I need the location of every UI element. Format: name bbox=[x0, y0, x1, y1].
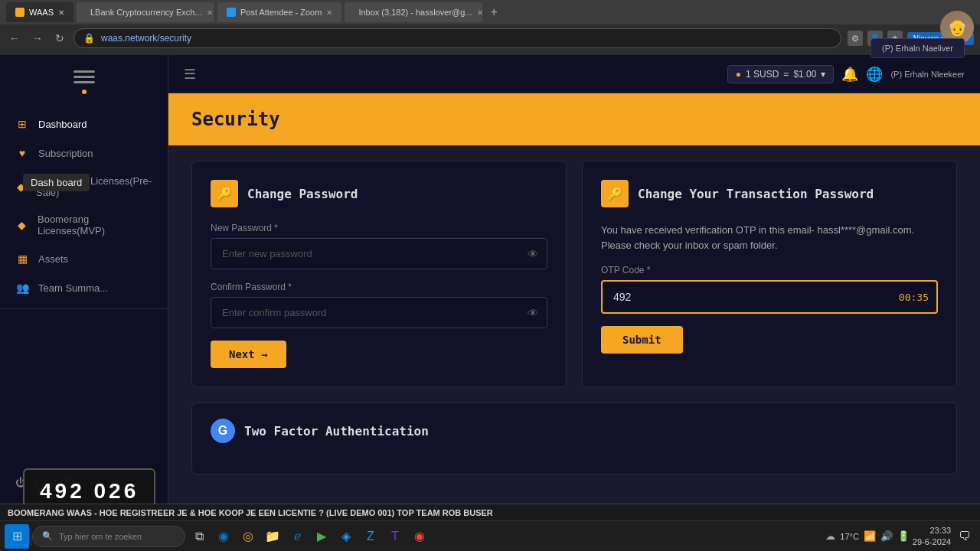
sidebar-item-boomerang-mvp[interactable]: ◆ Boomerang Licenses(MVP) bbox=[0, 206, 168, 244]
sidebar-item-assets[interactable]: ▦ Assets bbox=[0, 244, 168, 273]
chevron-down-icon: ▾ bbox=[821, 69, 825, 80]
price-dot: ● bbox=[736, 69, 741, 80]
two-factor-card: G Two Factor Authentication bbox=[191, 403, 957, 474]
chrome-icon[interactable]: ◎ bbox=[237, 526, 259, 547]
tray-network: 📶 bbox=[864, 530, 876, 542]
top-nav: ☰ ● 1 SUSD = $1.00 ▾ 🔔 🌐 (P) Erhaln Nlee… bbox=[168, 55, 980, 93]
key-icon-tx: 🔑 bbox=[607, 187, 622, 201]
next-button[interactable]: Next → bbox=[211, 341, 286, 368]
zoom-icon[interactable]: Z bbox=[360, 526, 381, 547]
eye-icon-new-password[interactable]: 👁 bbox=[528, 248, 538, 260]
globe-icon[interactable]: 🌐 bbox=[866, 66, 883, 83]
sidebar-hamburger[interactable] bbox=[74, 70, 95, 83]
confirm-password-input[interactable] bbox=[211, 297, 547, 328]
new-password-wrapper: 👁 bbox=[211, 238, 547, 269]
sidebar-logo bbox=[0, 63, 168, 109]
change-password-card: 🔑 Change Password New Password * 👁 Confi… bbox=[191, 161, 567, 387]
price-badge[interactable]: ● 1 SUSD = $1.00 ▾ bbox=[727, 65, 835, 83]
search-placeholder: Typ hier om te zoeken bbox=[59, 532, 142, 541]
two-factor-header: G Two Factor Authentication bbox=[211, 419, 938, 443]
sidebar-label-boomerang-mvp: Boomerang Licenses(MVP) bbox=[38, 214, 152, 236]
user-info: (P) Erhaln Nleekeer bbox=[890, 70, 965, 79]
tx-password-title: Change Your Transaction Password bbox=[638, 187, 874, 201]
google-icon: G bbox=[211, 419, 235, 443]
confirm-password-wrapper: 👁 bbox=[211, 297, 547, 328]
tray-weather: ☁ bbox=[825, 530, 835, 542]
search-icon: 🔍 bbox=[42, 531, 53, 541]
boomerang-mvp-icon: ◆ bbox=[15, 218, 28, 232]
hamburger-line-2 bbox=[74, 76, 95, 78]
hamburger-line-3 bbox=[74, 81, 95, 83]
sidebar-item-dashboard[interactable]: ⊞ Dashboard bbox=[0, 109, 168, 139]
tab-close-inbox[interactable]: ✕ bbox=[477, 8, 483, 17]
tab-close-lbank[interactable]: ✕ bbox=[207, 8, 213, 17]
extensions-button[interactable]: ⚙ bbox=[848, 31, 863, 46]
sidebar-item-subscription[interactable]: ♥ Subscription bbox=[0, 139, 168, 168]
team-icon: 👥 bbox=[15, 281, 29, 295]
ie-icon[interactable]: ℯ bbox=[286, 526, 308, 547]
tray-volume: 🔊 bbox=[880, 530, 893, 542]
back-button[interactable]: ← bbox=[6, 31, 23, 46]
hamburger-line-1 bbox=[74, 70, 95, 73]
app2-icon[interactable]: ◈ bbox=[335, 526, 357, 547]
forward-button[interactable]: → bbox=[29, 31, 46, 46]
new-password-input[interactable] bbox=[211, 238, 547, 269]
content-body: 🔑 Change Password New Password * 👁 Confi… bbox=[168, 145, 980, 403]
notification-center-icon[interactable]: 🗨 bbox=[954, 526, 975, 547]
otp-input[interactable] bbox=[601, 280, 938, 314]
sidebar-label-subscription: Subscription bbox=[38, 148, 93, 159]
tray-battery: 🔋 bbox=[897, 530, 910, 542]
teams-icon[interactable]: T bbox=[384, 526, 406, 547]
browser-chrome: WAAS ✕ LBank Cryptocurrency Exch... ✕ Po… bbox=[0, 0, 980, 55]
clock-date: 29-6-2024 bbox=[913, 536, 951, 547]
bell-icon[interactable]: 🔔 bbox=[841, 66, 858, 83]
new-tab-button[interactable]: + bbox=[485, 5, 501, 19]
sidebar-item-team[interactable]: 👥 Team Summa... bbox=[0, 273, 168, 302]
key-icon: 🔑 bbox=[217, 187, 232, 201]
confirm-password-label: Confirm Password * bbox=[211, 282, 547, 292]
assets-icon: ▦ bbox=[15, 252, 29, 266]
tab-zoom[interactable]: Post Attendee - Zoom ✕ bbox=[217, 2, 341, 22]
address-url: waas.network/security bbox=[101, 33, 191, 44]
address-bar[interactable]: 🔒 waas.network/security bbox=[74, 28, 841, 48]
lock-icon: 🔒 bbox=[83, 33, 95, 44]
change-password-title: Change Password bbox=[247, 187, 358, 201]
explorer-icon[interactable]: 📁 bbox=[262, 526, 283, 547]
sidebar-tooltip: Dash board bbox=[23, 174, 90, 191]
otp-input-wrapper: 00:35 bbox=[601, 280, 938, 314]
price-separator: = bbox=[783, 69, 789, 80]
task-view-icon[interactable]: ⧉ bbox=[188, 526, 210, 547]
dashboard-icon: ⊞ bbox=[15, 117, 29, 131]
tab-label-lbank: LBank Cryptocurrency Exch... bbox=[90, 8, 202, 17]
tab-close-waas[interactable]: ✕ bbox=[58, 8, 64, 17]
tab-close-zoom[interactable]: ✕ bbox=[326, 8, 332, 17]
sidebar-label-dashboard: Dashboard bbox=[38, 119, 87, 130]
bottom-ticker: BOOMERANG WAAS - HOE REGISTREER JE & HOE… bbox=[0, 504, 980, 520]
tx-password-header: 🔑 Change Your Transaction Password bbox=[601, 180, 938, 207]
edge-icon[interactable]: ◉ bbox=[213, 526, 234, 547]
sidebar: Dash board ⊞ Dashboard ♥ Subscription ◆ … bbox=[0, 55, 168, 504]
tab-waas[interactable]: WAAS ✕ bbox=[6, 2, 74, 22]
right-panel: ☰ ● 1 SUSD = $1.00 ▾ 🔔 🌐 (P) Erhaln Nlee… bbox=[168, 55, 980, 504]
app1-icon[interactable]: ▶ bbox=[311, 526, 332, 547]
tab-label-inbox: Inbox (3,182) - hasslover@g... bbox=[358, 8, 472, 17]
change-tx-password-card: 🔑 Change Your Transaction Password You h… bbox=[582, 161, 957, 387]
eye-icon-confirm-password[interactable]: 👁 bbox=[528, 307, 538, 319]
tab-lbank[interactable]: LBank Cryptocurrency Exch... ✕ bbox=[77, 2, 214, 22]
change-password-header: 🔑 Change Password bbox=[211, 180, 547, 207]
start-button[interactable]: ⊞ bbox=[5, 524, 29, 549]
app3-icon[interactable]: ◉ bbox=[409, 526, 430, 547]
refresh-button[interactable]: ↻ bbox=[52, 31, 67, 46]
taskbar-search[interactable]: 🔍 Typ hier om te zoeken bbox=[32, 526, 185, 547]
user-dropdown-hint: (P) Erhaln Naeliver bbox=[871, 55, 965, 58]
otp-display-value: 492 026 bbox=[40, 479, 139, 503]
two-factor-title: Two Factor Authentication bbox=[244, 424, 429, 439]
tab-inbox[interactable]: Inbox (3,182) - hasslover@g... ✕ bbox=[345, 2, 482, 22]
top-hamburger[interactable]: ☰ bbox=[184, 66, 196, 83]
otp-field-group: OTP Code * 00:35 bbox=[601, 265, 938, 314]
tray-temperature: 17°C bbox=[840, 532, 859, 541]
sidebar-logo-dot bbox=[82, 90, 87, 94]
taskbar-tray: ☁ 17°C 📶 🔊 🔋 bbox=[825, 530, 910, 542]
submit-button[interactable]: Submit bbox=[601, 326, 683, 354]
new-password-label: New Password * bbox=[211, 223, 547, 233]
